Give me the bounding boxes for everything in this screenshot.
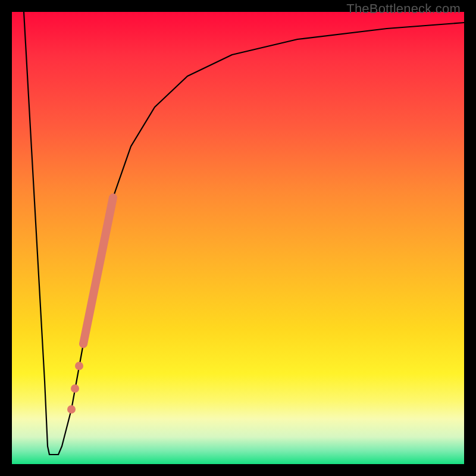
highlight-bar [83,198,113,344]
chart-frame: TheBottleneck.com [0,0,476,476]
plot-area [12,12,464,464]
highlight-dot-3 [67,405,76,414]
bottleneck-curve [24,12,464,455]
highlight-dot-2 [71,384,79,393]
watermark-text: TheBottleneck.com [346,1,461,17]
curve-svg [12,12,464,464]
highlight-dot-1 [75,362,83,370]
